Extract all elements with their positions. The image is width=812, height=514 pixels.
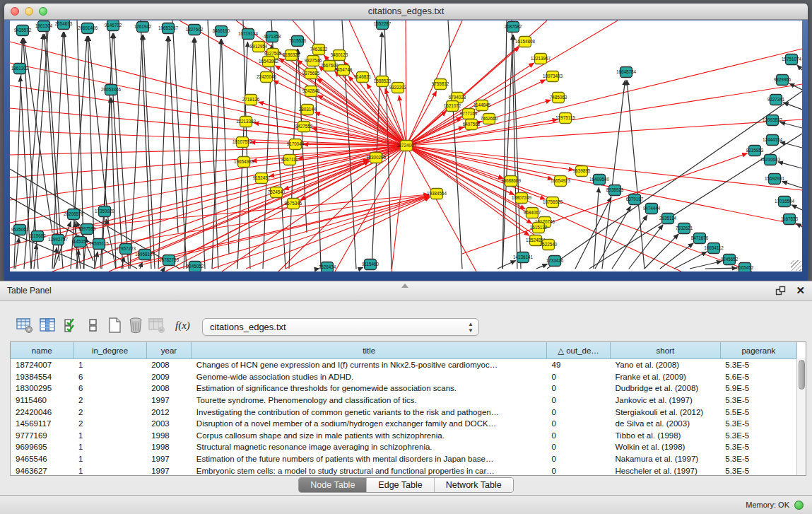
graph-node[interactable]: 2054613 — [55, 21, 73, 30]
table-cell[interactable]: Estimation of the future numbers of pati… — [192, 453, 547, 465]
table-cell[interactable]: 5.3E-5 — [720, 465, 796, 476]
graph-node[interactable]: 16210643 — [760, 155, 781, 165]
graph-node[interactable]: 9755812 — [432, 79, 449, 90]
graph-node[interactable]: 10654112 — [704, 243, 724, 254]
table-cell[interactable]: 0 — [547, 465, 611, 476]
graph-node[interactable]: 8267110 — [281, 155, 299, 165]
graph-node[interactable]: 10653267 — [158, 23, 179, 34]
graph-node[interactable]: 16958107 — [135, 250, 155, 260]
graph-node[interactable]: 13505115 — [89, 239, 109, 250]
table-row[interactable]: 977716911998Corpus callosum shape and si… — [11, 430, 797, 442]
graph-node[interactable]: 9245652 — [721, 255, 739, 265]
graph-node[interactable]: 12213383 — [236, 117, 257, 127]
graph-node[interactable]: 7462660 — [481, 114, 498, 124]
graph-node[interactable]: 9115460 — [362, 259, 379, 270]
table-cell[interactable]: 1997 — [146, 395, 192, 407]
graph-node[interactable]: 9777169 — [460, 109, 478, 119]
graph-node[interactable]: 14136141 — [513, 252, 534, 263]
graph-node[interactable]: 9684067 — [524, 208, 541, 218]
new-column-icon[interactable] — [106, 316, 124, 334]
graph-node[interactable]: 1115682 — [29, 231, 46, 242]
column-header-short[interactable]: short — [611, 342, 721, 359]
table-cell[interactable]: Dudbridge et al. (2008) — [611, 382, 721, 395]
graph-node[interactable]: 15692931 — [765, 174, 785, 185]
graph-node[interactable]: 16654923 — [551, 176, 571, 187]
window-titlebar[interactable]: citations_edges.txt — [4, 4, 808, 20]
table-cell[interactable]: 6 — [73, 382, 146, 395]
graph-node[interactable]: 6466160 — [213, 26, 230, 37]
graph-node[interactable]: 8675346 — [285, 199, 302, 209]
tab-network-table[interactable]: Network Table — [435, 478, 513, 492]
panel-resize-handle-icon[interactable] — [401, 284, 408, 288]
table-cell[interactable]: 0 — [547, 371, 611, 383]
column-header-year[interactable]: year — [146, 342, 192, 359]
table-cell[interactable]: 1998 — [146, 441, 192, 453]
graph-node[interactable]: 2522540 — [540, 240, 558, 250]
table-cell[interactable]: 18724007 — [11, 359, 73, 371]
graph-node[interactable]: 1552287 — [374, 21, 392, 30]
table-cell[interactable]: Franke et al. (2009) — [611, 371, 721, 383]
graph-node[interactable]: 7615526 — [289, 36, 307, 47]
table-cell[interactable]: 2 — [73, 395, 146, 407]
graph-node[interactable]: 9329966 — [774, 75, 792, 86]
table-cell[interactable]: 1 — [73, 465, 146, 476]
table-row[interactable]: 1830029562008Estimation of significance … — [11, 382, 797, 395]
table-cell[interactable]: 9465546 — [11, 453, 73, 465]
graph-node[interactable]: 1167533 — [781, 214, 799, 225]
graph-node[interactable]: 17957223 — [116, 244, 136, 255]
table-cell[interactable]: Wolkin et al. (1998) — [611, 441, 721, 453]
table-cell[interactable]: 6 — [73, 371, 146, 383]
graph-node[interactable]: 1145159 — [71, 237, 89, 247]
graph-node[interactable]: 10719134 — [238, 29, 259, 40]
table-cell[interactable]: 1997 — [146, 453, 192, 465]
graph-node[interactable]: 20691406 — [78, 23, 98, 34]
table-cell[interactable]: Estimation of significance thresholds fo… — [192, 382, 547, 395]
function-builder-icon[interactable]: f(x) — [175, 316, 194, 334]
network-view-window[interactable]: citations_edges.txt 18724007193845541830… — [4, 4, 808, 281]
table-cell[interactable]: Changes of HCN gene expression and I(f) … — [192, 359, 547, 371]
table-cell[interactable]: Embryonic stem cells: a model to study s… — [192, 465, 547, 476]
table-cell[interactable]: 0 — [547, 382, 611, 395]
table-cell[interactable]: 2009 — [146, 371, 192, 383]
table-cell[interactable]: Yano et al. (2008) — [611, 359, 721, 371]
table-cell[interactable]: 5.3E-5 — [720, 359, 796, 371]
table-row[interactable]: 1456911722003Disruption of a novel membe… — [11, 418, 797, 430]
graph-node[interactable]: 10973493 — [543, 71, 563, 82]
graph-node[interactable]: 12213967 — [531, 54, 551, 64]
table-cell[interactable]: 1997 — [146, 465, 192, 476]
minimize-window-icon[interactable] — [25, 7, 33, 16]
close-panel-icon[interactable]: ✕ — [796, 284, 805, 297]
graph-node[interactable]: 1261942 — [134, 22, 152, 33]
network-canvas[interactable]: 1872400719384554183002959435572186130420… — [10, 21, 802, 271]
table-cell[interactable]: 5.5E-5 — [720, 406, 796, 418]
table-cell[interactable]: Investigating the contribution of common… — [192, 406, 547, 418]
table-cell[interactable]: Genome-wide association studies in ADHD. — [192, 371, 547, 383]
graph-node[interactable]: 12444154 — [763, 135, 783, 146]
table-cell[interactable]: 9115460 — [11, 395, 73, 407]
table-cell[interactable]: 2 — [73, 406, 146, 418]
graph-node[interactable]: 9146702 — [105, 21, 122, 31]
column-view-icon[interactable] — [38, 316, 57, 334]
graph-node[interactable]: 9152457 — [253, 173, 271, 184]
graph-node[interactable]: 9435572 — [14, 25, 32, 36]
table-cell[interactable]: Jankovic et al. (1997) — [611, 395, 721, 407]
graph-node[interactable]: 16154808 — [515, 37, 536, 47]
table-row[interactable]: 969969511998Structural magnetic resonanc… — [11, 441, 797, 453]
table-cell[interactable]: 0 — [547, 453, 611, 465]
table-cell[interactable]: de Silva et al. (2003) — [611, 418, 721, 430]
graph-node[interactable]: 1327602 — [186, 25, 204, 35]
node-table[interactable]: namein_degreeyeartitle△ out_de…shortpage… — [10, 341, 806, 476]
table-cell[interactable]: 0 — [547, 441, 611, 453]
graph-node[interactable]: 9474444 — [643, 204, 661, 214]
table-scrollbar[interactable] — [796, 358, 806, 475]
graph-node[interactable]: 2718126 — [242, 95, 260, 105]
column-header-name[interactable]: name — [11, 342, 73, 359]
column-header-pagerank[interactable]: pagerank — [720, 342, 796, 359]
graph-node[interactable]: 2087682 — [505, 22, 522, 33]
graph-node[interactable]: 7524540 — [268, 187, 286, 198]
table-cell[interactable]: 14569117 — [11, 418, 73, 430]
table-settings-icon[interactable] — [16, 316, 34, 334]
table-cell[interactable]: 5.3E-5 — [720, 418, 796, 430]
node-table-grid[interactable]: namein_degreeyeartitle△ out_de…shortpage… — [11, 342, 797, 476]
table-cell[interactable]: 1 — [73, 430, 146, 442]
